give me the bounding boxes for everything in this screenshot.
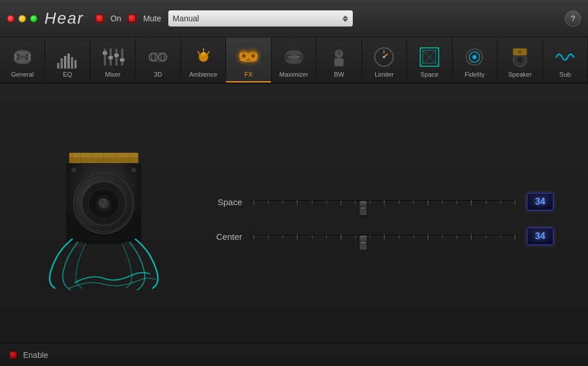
svg-rect-9 — [67, 54, 70, 69]
on-label: On — [111, 14, 122, 23]
svg-point-56 — [473, 56, 476, 58]
preset-value: Manual — [173, 14, 340, 23]
controls-area: Space — [208, 182, 553, 245]
header-controls: On Mute Manual — [96, 10, 353, 27]
svg-point-58 — [517, 57, 523, 63]
tabbar: General EQ — [0, 37, 588, 84]
app-title: Hear — [44, 9, 84, 28]
tab-limiter-label: Limiter — [375, 71, 394, 78]
svg-rect-7 — [61, 58, 63, 69]
titlebar: Hear On Mute Manual ? — [0, 0, 588, 37]
mixer-icon — [100, 44, 126, 70]
maximize-button[interactable] — [30, 15, 37, 22]
mute-led-indicator — [128, 14, 136, 22]
tab-sub[interactable]: Sub — [543, 37, 588, 82]
svg-point-42 — [337, 51, 341, 55]
speaker-illustration — [35, 133, 173, 294]
svg-rect-10 — [71, 57, 73, 69]
svg-rect-43 — [334, 58, 344, 66]
maximizer-icon — [281, 44, 307, 70]
tab-ambience[interactable]: Ambience — [181, 37, 226, 82]
enable-label: Enable — [23, 350, 48, 360]
svg-line-28 — [198, 51, 200, 55]
center-value-display: 34 — [527, 228, 553, 245]
center-slider-container — [251, 228, 518, 244]
tab-mixer[interactable]: Mixer — [91, 37, 135, 82]
svg-rect-8 — [64, 56, 66, 69]
tab-maximizer[interactable]: Maximizer — [272, 37, 316, 82]
tab-eq[interactable]: EQ — [45, 37, 90, 82]
svg-point-22 — [159, 53, 167, 61]
svg-point-32 — [242, 54, 246, 58]
tab-fidelity[interactable]: Fidelity — [453, 37, 497, 82]
3d-icon — [145, 44, 171, 70]
arrow-up-icon — [342, 16, 348, 18]
svg-rect-4 — [14, 54, 17, 61]
on-led-indicator — [96, 14, 104, 22]
fx-icon — [236, 44, 261, 70]
traffic-lights — [7, 15, 37, 22]
svg-rect-11 — [74, 60, 77, 69]
enable-led-indicator — [9, 351, 17, 359]
close-button[interactable] — [7, 15, 14, 22]
arrow-down-icon — [342, 19, 348, 22]
svg-rect-12 — [104, 48, 106, 66]
help-button[interactable]: ? — [565, 10, 581, 27]
general-icon — [10, 44, 35, 70]
tab-bw-label: BW — [334, 71, 344, 78]
tab-speaker-label: Speaker — [508, 71, 532, 78]
tab-sub-label: Sub — [560, 71, 571, 78]
svg-line-29 — [207, 51, 209, 55]
svg-point-34 — [251, 54, 255, 58]
space-slider-container — [251, 194, 518, 210]
tab-fx[interactable]: FX — [226, 37, 271, 82]
svg-point-60 — [518, 50, 522, 54]
space-label: Space — [208, 197, 242, 207]
tab-maximizer-label: Maximizer — [279, 71, 308, 78]
svg-point-76 — [99, 199, 108, 208]
svg-point-21 — [152, 53, 155, 61]
svg-rect-3 — [17, 56, 28, 58]
tab-mixer-label: Mixer — [105, 71, 120, 78]
svg-rect-6 — [57, 63, 59, 69]
svg-rect-16 — [103, 51, 107, 55]
tab-fx-label: FX — [244, 71, 252, 78]
tab-bw[interactable]: BW — [316, 37, 361, 82]
svg-point-23 — [161, 53, 164, 61]
tab-limiter[interactable]: Limiter — [362, 37, 407, 82]
tab-speaker[interactable]: Speaker — [497, 37, 542, 82]
svg-rect-17 — [108, 56, 113, 59]
space-icon — [417, 44, 442, 70]
tab-space-label: Space — [420, 71, 438, 78]
speaker-icon — [507, 44, 533, 70]
tab-space[interactable]: Space — [407, 37, 452, 82]
tab-3d[interactable]: 3D — [135, 37, 180, 82]
space-slider-row: Space — [208, 193, 553, 210]
space-slider-thumb[interactable] — [359, 201, 367, 216]
svg-rect-5 — [28, 54, 31, 61]
main-content: Space — [0, 84, 588, 343]
minimize-button[interactable] — [18, 15, 26, 22]
tab-3d-label: 3D — [154, 71, 162, 78]
bw-icon — [326, 44, 352, 70]
preset-dropdown[interactable]: Manual — [168, 10, 353, 27]
bottom-bar: Enable — [0, 343, 588, 366]
svg-rect-15 — [121, 48, 123, 66]
tab-general[interactable]: General — [0, 37, 45, 82]
svg-rect-18 — [114, 54, 119, 57]
eq-icon — [55, 44, 80, 70]
space-value-display: 34 — [527, 193, 553, 210]
dropdown-arrows-icon — [342, 16, 348, 22]
svg-point-20 — [149, 53, 157, 61]
limiter-icon — [371, 44, 397, 70]
svg-point-27 — [202, 52, 205, 55]
center-slider-thumb[interactable] — [359, 235, 367, 250]
center-slider-row: Center — [208, 228, 553, 245]
fidelity-icon — [462, 44, 487, 70]
space-slider-track — [251, 200, 518, 203]
svg-rect-36 — [251, 51, 255, 53]
tab-general-label: General — [11, 71, 33, 78]
ambience-icon — [191, 44, 216, 70]
svg-rect-19 — [120, 58, 125, 62]
tab-fidelity-label: Fidelity — [465, 71, 485, 78]
